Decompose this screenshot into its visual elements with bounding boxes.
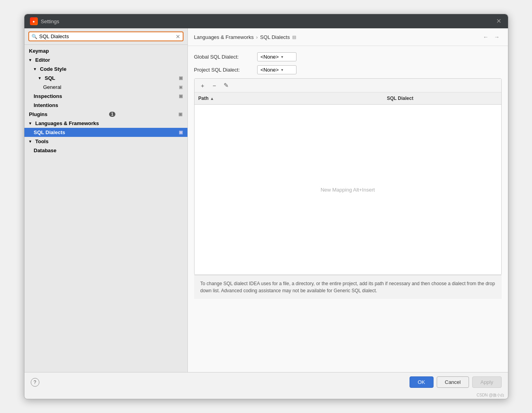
sidebar-item-label: Plugins xyxy=(29,111,48,117)
nav-tree: Keymap ▾ Editor ▾ Code Style ▾ SQL ▣ xyxy=(24,45,187,157)
table-body: New Mapping Alt+Insert xyxy=(195,105,501,275)
content-area: Global SQL Dialect: <None> ▾ Project SQL… xyxy=(188,46,508,372)
sidebar-item-label: Database xyxy=(34,148,57,153)
sidebar-item-label: Inspections xyxy=(34,93,62,99)
mappings-table: + − ✎ Path ▲ SQL Dialect N xyxy=(194,78,502,275)
chevron-icon: ▾ xyxy=(29,58,34,62)
dropdown-arrow-icon: ▾ xyxy=(281,55,283,59)
search-wrapper[interactable]: 🔍 ✕ xyxy=(28,31,184,41)
dialog-footer: ? OK Cancel Apply xyxy=(24,372,508,392)
global-dialect-label: Global SQL Dialect: xyxy=(194,54,253,60)
ok-button[interactable]: OK xyxy=(410,376,434,388)
clear-search-button[interactable]: ✕ xyxy=(176,34,180,39)
sidebar-item-label: SQL Dialects xyxy=(34,129,65,135)
gear-icon: ▣ xyxy=(179,76,183,81)
sidebar-item-languages[interactable]: ▾ Languages & Frameworks xyxy=(24,119,187,128)
breadcrumb-separator: › xyxy=(256,34,258,40)
breadcrumb-part-2: SQL Dialects xyxy=(260,34,290,40)
nav-arrows: ← → xyxy=(481,32,502,42)
search-input[interactable] xyxy=(39,33,174,39)
chevron-icon: ▾ xyxy=(29,139,34,144)
sidebar: 🔍 ✕ Keymap ▾ Editor ▾ Code Style xyxy=(24,28,188,372)
apply-button[interactable]: Apply xyxy=(472,376,502,388)
empty-hint: New Mapping Alt+Insert xyxy=(321,187,375,193)
sidebar-item-intentions[interactable]: Intentions xyxy=(24,101,187,110)
footer-buttons: OK Cancel Apply xyxy=(410,376,502,388)
gear-icon: ▣ xyxy=(179,94,183,99)
title-bar-left: ● Settings xyxy=(30,17,59,25)
watermark: CSDN @微小白 xyxy=(24,392,508,399)
remove-mapping-button[interactable]: − xyxy=(210,81,219,90)
sidebar-item-inspections[interactable]: Inspections ▣ xyxy=(24,92,187,101)
sidebar-item-general[interactable]: General ▣ xyxy=(24,83,187,92)
global-dialect-row: Global SQL Dialect: <None> ▾ xyxy=(194,52,502,61)
breadcrumb-bar: Languages & Frameworks › SQL Dialects ▤ … xyxy=(188,28,508,46)
info-box: To change SQL dialect IDEA uses for a fi… xyxy=(194,275,502,299)
add-mapping-button[interactable]: + xyxy=(198,81,207,90)
sidebar-item-label: SQL xyxy=(45,75,56,81)
settings-dialog: ● Settings ✕ 🔍 ✕ Keymap ▾ xyxy=(24,14,508,399)
search-icon: 🔍 xyxy=(32,34,37,39)
sort-icon: ▲ xyxy=(210,96,214,101)
main-content: Languages & Frameworks › SQL Dialects ▤ … xyxy=(188,28,508,372)
sidebar-item-code-style[interactable]: ▾ Code Style xyxy=(24,65,187,74)
breadcrumb-part-1: Languages & Frameworks xyxy=(194,34,254,40)
chevron-icon: ▾ xyxy=(39,76,43,80)
sidebar-item-label: Tools xyxy=(35,138,49,144)
sidebar-item-keymap[interactable]: Keymap xyxy=(24,46,187,55)
sidebar-item-label: Languages & Frameworks xyxy=(35,120,99,126)
title-bar: ● Settings ✕ xyxy=(24,14,508,28)
breadcrumb: Languages & Frameworks › SQL Dialects ▤ xyxy=(194,34,296,40)
global-dialect-dropdown[interactable]: <None> ▾ xyxy=(257,52,297,61)
project-dialect-dropdown[interactable]: <None> ▾ xyxy=(257,65,297,74)
sidebar-item-label: Editor xyxy=(35,57,50,63)
sidebar-item-label: General xyxy=(43,84,61,90)
sidebar-item-editor[interactable]: ▾ Editor xyxy=(24,55,187,65)
sidebar-item-label: Code Style xyxy=(40,66,67,72)
back-button[interactable]: ← xyxy=(481,32,491,42)
edit-mapping-button[interactable]: ✎ xyxy=(222,81,231,90)
cancel-button[interactable]: Cancel xyxy=(437,376,469,388)
close-button[interactable]: ✕ xyxy=(496,18,502,24)
project-dialect-label: Project SQL Dialect: xyxy=(194,67,253,73)
gear-icon: ▣ xyxy=(179,85,183,90)
table-toolbar: + − ✎ xyxy=(195,79,501,92)
plugin-badge: 1 xyxy=(109,112,115,117)
sidebar-item-database[interactable]: Database xyxy=(24,146,187,155)
sidebar-item-plugins[interactable]: Plugins 1 ▣ xyxy=(24,110,187,119)
gear-icon: ▣ xyxy=(179,130,183,135)
sidebar-item-label: Keymap xyxy=(29,48,49,54)
project-dialect-row: Project SQL Dialect: <None> ▾ xyxy=(194,65,502,74)
dialect-column-header: SQL Dialect xyxy=(383,94,501,103)
info-text: To change SQL dialect IDEA uses for a fi… xyxy=(200,281,495,293)
help-button[interactable]: ? xyxy=(31,378,39,387)
dialog-body: 🔍 ✕ Keymap ▾ Editor ▾ Code Style xyxy=(24,28,508,372)
app-icon: ● xyxy=(30,17,38,25)
search-box: 🔍 ✕ xyxy=(24,28,187,45)
dropdown-arrow-icon: ▾ xyxy=(281,68,283,72)
forward-button[interactable]: → xyxy=(492,32,502,42)
global-dialect-value: <None> xyxy=(261,54,279,60)
gear-icon: ▣ xyxy=(178,112,182,117)
table-header: Path ▲ SQL Dialect xyxy=(195,92,501,105)
chevron-icon: ▾ xyxy=(29,121,34,125)
chevron-icon: ▾ xyxy=(34,67,39,71)
project-dialect-value: <None> xyxy=(261,67,279,73)
window-title: Settings xyxy=(41,18,59,24)
path-column-header: Path ▲ xyxy=(195,94,383,103)
sidebar-item-label: Intentions xyxy=(34,102,58,108)
sidebar-item-sql-dialects[interactable]: SQL Dialects ▣ xyxy=(24,128,187,137)
sidebar-item-sql[interactable]: ▾ SQL ▣ xyxy=(24,74,187,83)
sidebar-item-tools[interactable]: ▾ Tools xyxy=(24,137,187,146)
breadcrumb-icon: ▤ xyxy=(292,35,296,40)
